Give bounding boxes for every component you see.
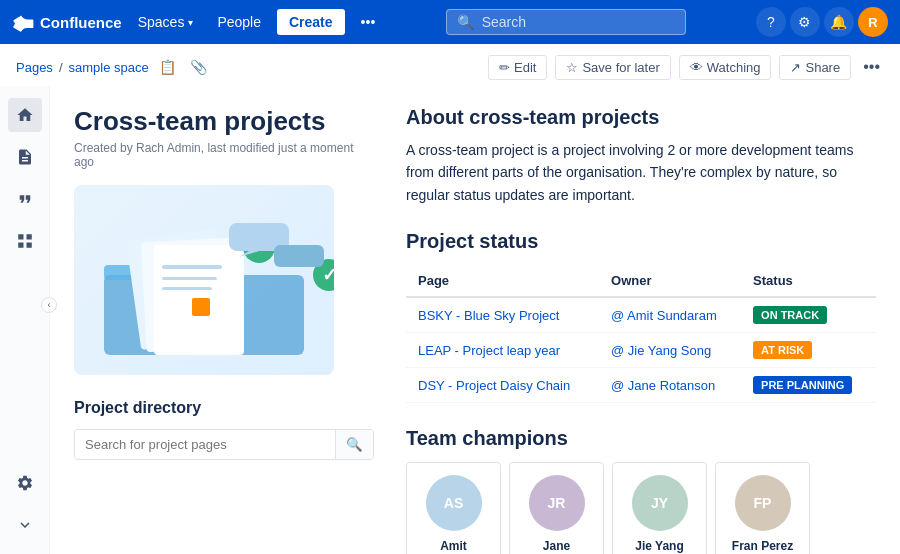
search-icon: 🔍 bbox=[457, 14, 474, 30]
project-page-link[interactable]: DSY - Project Daisy Chain bbox=[406, 368, 599, 403]
col-owner: Owner bbox=[599, 265, 741, 297]
top-navigation: Confluence Spaces ▾ People Create ••• 🔍 … bbox=[0, 0, 900, 44]
sidebar-bottom bbox=[8, 466, 42, 554]
team-member-name: Amit Sundaram bbox=[419, 539, 488, 554]
settings-button[interactable]: ⚙ bbox=[790, 7, 820, 37]
hero-illustration: ✓ ✓ bbox=[74, 185, 334, 375]
svg-rect-15 bbox=[274, 245, 324, 267]
breadcrumb-space[interactable]: sample space bbox=[69, 60, 149, 75]
spaces-menu[interactable]: Spaces ▾ bbox=[130, 10, 202, 34]
table-row: DSY - Project Daisy Chain @ Jane Rotanso… bbox=[406, 368, 876, 403]
team-avatar: FP bbox=[735, 475, 791, 531]
project-page-link[interactable]: LEAP - Project leap year bbox=[406, 333, 599, 368]
team-avatar: AS bbox=[426, 475, 482, 531]
project-page-link[interactable]: BSKY - Blue Sky Project bbox=[406, 297, 599, 333]
sidebar-settings-icon[interactable] bbox=[8, 466, 42, 500]
project-directory-title: Project directory bbox=[74, 399, 374, 417]
project-search-box: 🔍 bbox=[74, 429, 374, 460]
content-area: Cross-team projects Created by Rach Admi… bbox=[50, 86, 900, 554]
svg-rect-8 bbox=[192, 298, 210, 316]
project-status-badge: AT RISK bbox=[741, 333, 876, 368]
svg-rect-5 bbox=[162, 265, 222, 269]
search-bar[interactable]: 🔍 Search bbox=[446, 9, 686, 35]
main-layout: ‹ Cross-team projects Created by Rach Ad… bbox=[0, 86, 900, 554]
chevron-down-icon: ▾ bbox=[188, 17, 193, 28]
breadcrumb: Pages / sample space 📋 📎 bbox=[16, 55, 211, 79]
team-member-name: Jie Yang Song bbox=[625, 539, 694, 554]
share-button[interactable]: ↗ Share bbox=[779, 55, 851, 80]
col-page: Page bbox=[406, 265, 599, 297]
table-row: LEAP - Project leap year @ Jie Yang Song… bbox=[406, 333, 876, 368]
left-content-panel: Cross-team projects Created by Rach Admi… bbox=[74, 106, 374, 534]
right-content-panel: About cross-team projects A cross-team p… bbox=[406, 106, 876, 534]
sidebar-home-icon[interactable] bbox=[8, 98, 42, 132]
sidebar-pages-icon[interactable] bbox=[8, 140, 42, 174]
table-row: BSKY - Blue Sky Project @ Amit Sundaram … bbox=[406, 297, 876, 333]
logo-text: Confluence bbox=[40, 14, 122, 31]
svg-rect-6 bbox=[162, 277, 217, 280]
people-menu[interactable]: People bbox=[209, 10, 269, 34]
share-icon: ↗ bbox=[790, 60, 801, 75]
search-submit-icon: 🔍 bbox=[346, 437, 363, 452]
team-member-name: Fran Perez bbox=[728, 539, 797, 554]
logo[interactable]: Confluence bbox=[12, 11, 122, 33]
more-actions-button[interactable]: ••• bbox=[859, 54, 884, 80]
project-owner: @ Jane Rotanson bbox=[599, 368, 741, 403]
left-sidebar: ‹ bbox=[0, 86, 50, 554]
page-meta: Created by Rach Admin, last modified jus… bbox=[74, 141, 374, 169]
about-text: A cross-team project is a project involv… bbox=[406, 139, 876, 206]
team-member-card[interactable]: JR Jane Rotanson Dev lead bbox=[509, 462, 604, 554]
sidebar-grid-icon[interactable] bbox=[8, 224, 42, 258]
edit-button[interactable]: ✏ Edit bbox=[488, 55, 547, 80]
breadcrumb-pages[interactable]: Pages bbox=[16, 60, 53, 75]
user-avatar[interactable]: R bbox=[858, 7, 888, 37]
sidebar-collapse-button[interactable]: ‹ bbox=[41, 297, 57, 313]
svg-text:✓: ✓ bbox=[322, 265, 335, 285]
help-button[interactable]: ? bbox=[756, 7, 786, 37]
team-avatar: JY bbox=[632, 475, 688, 531]
svg-rect-7 bbox=[162, 287, 212, 290]
project-status-table: Page Owner Status BSKY - Blue Sky Projec… bbox=[406, 265, 876, 403]
project-status-title: Project status bbox=[406, 230, 876, 253]
breadcrumb-separator: / bbox=[59, 60, 63, 75]
col-status: Status bbox=[741, 265, 876, 297]
project-search-input[interactable] bbox=[75, 430, 335, 459]
edit-icon: ✏ bbox=[499, 60, 510, 75]
project-search-button[interactable]: 🔍 bbox=[335, 430, 373, 459]
breadcrumb-actions: ✏ Edit ☆ Save for later 👁 Watching ↗ Sha… bbox=[488, 54, 884, 80]
copy-link-icon[interactable]: 📋 bbox=[155, 55, 180, 79]
page-title: Cross-team projects bbox=[74, 106, 374, 137]
attachment-icon[interactable]: 📎 bbox=[186, 55, 211, 79]
project-status-badge: ON TRACK bbox=[741, 297, 876, 333]
team-champions-title: Team champions bbox=[406, 427, 876, 450]
team-champions-grid: AS Amit Sundaram Design JR Jane Rotanson… bbox=[406, 462, 876, 554]
sidebar-expand-icon[interactable] bbox=[8, 508, 42, 542]
ellipsis-icon: ••• bbox=[361, 14, 376, 30]
team-member-card[interactable]: AS Amit Sundaram Design bbox=[406, 462, 501, 554]
team-member-card[interactable]: FP Fran Perez Quality engineer bbox=[715, 462, 810, 554]
eye-icon: 👁 bbox=[690, 60, 703, 75]
watching-button[interactable]: 👁 Watching bbox=[679, 55, 772, 80]
team-member-name: Jane Rotanson bbox=[522, 539, 591, 554]
save-for-later-button[interactable]: ☆ Save for later bbox=[555, 55, 670, 80]
about-title: About cross-team projects bbox=[406, 106, 876, 129]
breadcrumb-bar: Pages / sample space 📋 📎 ✏ Edit ☆ Save f… bbox=[0, 44, 900, 86]
team-avatar: JR bbox=[529, 475, 585, 531]
project-owner: @ Jie Yang Song bbox=[599, 333, 741, 368]
illustration-svg: ✓ ✓ bbox=[74, 185, 334, 375]
create-button[interactable]: Create bbox=[277, 9, 345, 35]
notifications-button[interactable]: 🔔 bbox=[824, 7, 854, 37]
sidebar-quotes-icon[interactable] bbox=[8, 182, 42, 216]
confluence-logo-icon bbox=[12, 11, 34, 33]
nav-icons: ? ⚙ 🔔 R bbox=[756, 7, 888, 37]
project-status-badge: PRE PLANNING bbox=[741, 368, 876, 403]
more-nav-button[interactable]: ••• bbox=[353, 10, 384, 34]
team-member-card[interactable]: JY Jie Yang Song Architect bbox=[612, 462, 707, 554]
project-owner: @ Amit Sundaram bbox=[599, 297, 741, 333]
star-icon: ☆ bbox=[566, 60, 578, 75]
